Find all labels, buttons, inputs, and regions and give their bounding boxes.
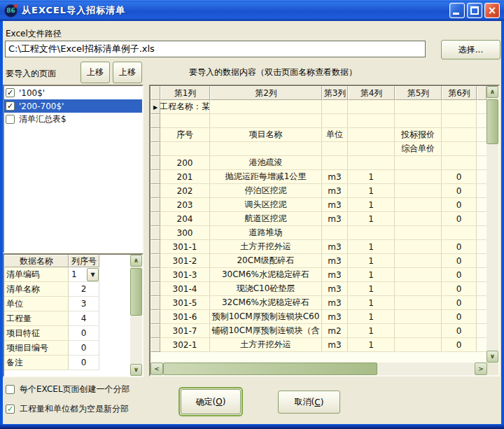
mapping-row[interactable]: 清单名称 2 — [4, 282, 130, 297]
cell[interactable] — [160, 142, 210, 156]
browse-button[interactable]: 选择... — [441, 40, 500, 59]
cell[interactable]: 0 — [442, 254, 477, 268]
cell[interactable]: 0 — [442, 198, 477, 212]
cell[interactable] — [442, 226, 477, 240]
scroll-up-button[interactable]: ∧ — [130, 255, 142, 267]
scrollbar-track[interactable] — [130, 316, 142, 364]
cell[interactable]: 土方开挖外运 — [210, 338, 322, 352]
cell[interactable]: 0 — [442, 310, 477, 324]
cell[interactable]: 铺砌10CM厚预制连锁块（含 — [210, 324, 322, 338]
cell[interactable]: m3 — [322, 198, 348, 212]
cell[interactable] — [322, 156, 348, 170]
cell[interactable]: 港池疏浚 — [210, 156, 322, 170]
cell[interactable]: m3 — [322, 338, 348, 352]
table-row[interactable]: 200 港池疏浚 — [150, 156, 486, 170]
table-row[interactable]: 301-6 预制10CM厚预制连锁块C60 m3 1 0 — [150, 310, 486, 324]
move-up-button-1[interactable]: 上移 — [80, 62, 110, 83]
cell[interactable]: 301-1 — [160, 240, 210, 254]
table-row[interactable]: 301-4 现浇C10砼垫层 m3 1 0 — [150, 282, 486, 296]
cell[interactable] — [395, 296, 442, 310]
scroll-down-button[interactable]: ∨ — [130, 364, 142, 376]
cell[interactable]: 预制10CM厚预制连锁块C60 — [210, 310, 322, 324]
cell[interactable]: 航道区挖泥 — [210, 212, 322, 226]
cell[interactable] — [348, 114, 395, 128]
cell[interactable] — [395, 282, 442, 296]
cell[interactable] — [348, 128, 395, 142]
cell[interactable]: 32CM6%水泥稳定碎石 — [210, 296, 322, 310]
cell[interactable] — [348, 100, 395, 114]
cell[interactable]: 202 — [160, 184, 210, 198]
cell[interactable]: 1 — [348, 170, 395, 184]
mapping-col-value[interactable]: 4 — [69, 314, 99, 323]
cell[interactable]: 0 — [442, 296, 477, 310]
preview-horizontal-scrollbar[interactable]: < > — [150, 363, 498, 375]
scrollbar-track[interactable] — [486, 144, 498, 351]
scrollbar-track[interactable] — [377, 363, 475, 375]
cell[interactable]: 301-3 — [160, 268, 210, 282]
cell[interactable]: m3 — [322, 296, 348, 310]
table-row[interactable]: 工程名称：某 — [150, 100, 486, 114]
preview-column-header[interactable]: 第2列 — [210, 86, 322, 100]
cell[interactable] — [210, 100, 322, 114]
table-row[interactable]: 301-7 铺砌10CM厚预制连锁块（含 m2 1 0 — [150, 324, 486, 338]
table-row[interactable]: 203 调头区挖泥 m3 1 0 — [150, 198, 486, 212]
cell[interactable]: 301-6 — [160, 310, 210, 324]
cell[interactable] — [322, 114, 348, 128]
cell[interactable]: 1 — [348, 268, 395, 282]
mapping-col-value[interactable]: 0 — [69, 358, 99, 367]
cell[interactable]: 301-5 — [160, 296, 210, 310]
cell[interactable]: 项目名称 — [210, 128, 322, 142]
cell[interactable] — [210, 114, 322, 128]
scroll-down-button[interactable]: ∨ — [486, 351, 498, 363]
cell[interactable]: m3 — [322, 240, 348, 254]
cell[interactable]: 300 — [160, 226, 210, 240]
cell[interactable] — [395, 254, 442, 268]
preview-column-header[interactable]: 第1列 — [160, 86, 210, 100]
option-row[interactable]: 每个EXCEL页面创建一个分部 — [6, 384, 130, 395]
cell[interactable]: m2 — [322, 324, 348, 338]
mapping-row[interactable]: 项细目编号 0 — [4, 341, 130, 356]
cell[interactable]: m3 — [322, 212, 348, 226]
cell[interactable]: 1 — [348, 184, 395, 198]
cell[interactable] — [395, 156, 442, 170]
preview-column-header[interactable]: 第6列 — [442, 86, 477, 100]
cell[interactable]: m3 — [322, 254, 348, 268]
cell[interactable] — [395, 310, 442, 324]
cell[interactable]: 1 — [348, 254, 395, 268]
cell[interactable] — [348, 142, 395, 156]
cell[interactable]: 序号 — [160, 128, 210, 142]
mapping-col-value[interactable]: 3 — [69, 299, 99, 309]
cell[interactable]: 1 — [348, 212, 395, 226]
cell[interactable]: 0 — [442, 212, 477, 226]
preview-column-header[interactable]: 第4列 — [348, 86, 395, 100]
cell[interactable]: 200 — [160, 156, 210, 170]
mapping-vertical-scrollbar[interactable]: ∧ ∨ — [130, 255, 142, 376]
mapping-row[interactable]: 单位 3 — [4, 297, 130, 311]
cell[interactable] — [395, 184, 442, 198]
cell[interactable] — [322, 100, 348, 114]
cell[interactable] — [348, 226, 395, 240]
cell[interactable]: m3 — [322, 184, 348, 198]
mapping-col-value[interactable]: 0 — [69, 328, 99, 338]
mapping-row[interactable]: 工程量 4 — [4, 311, 130, 326]
cell[interactable] — [348, 156, 395, 170]
cell[interactable]: 综合单价 — [395, 142, 442, 156]
cell[interactable]: 301-7 — [160, 324, 210, 338]
cell[interactable]: 301-4 — [160, 282, 210, 296]
cell[interactable]: m3 — [322, 170, 348, 184]
cell[interactable]: m3 — [322, 282, 348, 296]
cell[interactable]: 0 — [442, 170, 477, 184]
scroll-right-button[interactable]: > — [475, 363, 487, 375]
sheet-list-item[interactable]: 清单汇总表$ — [4, 113, 142, 126]
ok-button[interactable]: 确定(O) — [181, 389, 241, 414]
option-checkbox[interactable]: ✓ — [6, 405, 15, 414]
table-row[interactable]: 综合单价 — [150, 142, 486, 156]
cell[interactable]: 0 — [442, 240, 477, 254]
cell[interactable]: 302-1 — [160, 338, 210, 352]
maximize-button[interactable] — [467, 3, 482, 18]
scroll-up-button[interactable]: ∧ — [486, 86, 498, 98]
scrollbar-thumb[interactable] — [486, 99, 498, 144]
scrollbar-thumb[interactable] — [163, 363, 377, 375]
mapping-row[interactable]: 备注 0 — [4, 356, 130, 370]
cell[interactable] — [395, 240, 442, 254]
